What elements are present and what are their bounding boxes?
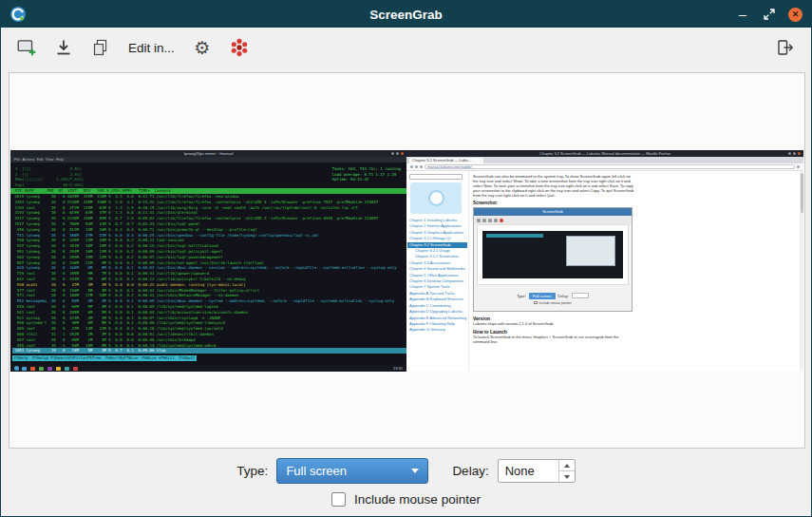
version-text: Lubuntu ships with version 2.1.0 of Scre… (473, 321, 636, 326)
lubuntu-manual-logo (410, 182, 462, 214)
screengrab-window: ScreenGrab – ✕ (0, 0, 812, 517)
task-icon (30, 367, 35, 371)
spin-up-button[interactable] (559, 460, 575, 471)
sidebar-link: Appendix G Glossary (407, 327, 467, 333)
app-icon (9, 6, 27, 23)
forward-icon (415, 165, 418, 168)
manual-sidebar: Chapter 1 Installing LubuntuChapter 2 In… (406, 171, 469, 372)
window-title: ScreenGrab (1, 8, 811, 22)
copy-button[interactable] (88, 35, 113, 60)
screenshot-thumbnail: lynoeg@lyn-mmini: ~/manual File Actions … (10, 150, 803, 372)
new-screenshot-button[interactable] (14, 35, 39, 60)
embedded-controls: Type: Full screen Delay: Include mouse p… (474, 286, 632, 311)
edit-in-button[interactable]: Edit in... (125, 41, 178, 55)
firefox-scrollbar (800, 171, 803, 372)
settings-button[interactable]: ⚙ (190, 35, 215, 60)
htop-meters: 1 [||| 4.5%]2 [|| 2.6%]Mem[|||||||| 1.29… (15, 166, 84, 187)
quit-icon (776, 38, 795, 57)
task-icon (73, 367, 78, 371)
terminal-titlebar: lynoeg@lyn-mmini: ~/manual (10, 150, 406, 157)
delay-value: None (499, 460, 558, 482)
spin-down-button[interactable] (559, 471, 575, 482)
meter-line: 1 [||| 4.5%] (15, 166, 84, 172)
terminal-menubar: File Actions Edit View Help (10, 157, 406, 163)
titlebar[interactable]: ScreenGrab – ✕ (1, 1, 811, 28)
embedded-inner-screenshot (482, 231, 623, 278)
minimize-button[interactable]: – (735, 7, 750, 22)
maximize-icon (764, 9, 775, 20)
summary-line: Uptime: 03:31:32 (332, 177, 401, 182)
sidebar-search-input (409, 174, 463, 180)
launch-text: To launch ScreenGrab in the menu Graphic… (473, 335, 636, 344)
embedded-type-select: Full screen (529, 293, 556, 299)
htop-function-keys: F1Help F2Setup F3SearchF4FilterF5Tree F6… (12, 355, 197, 361)
manual-intro-text: ScreenGrab can also be minimized to the … (473, 174, 636, 198)
delay-label: Delay: (452, 464, 488, 478)
manual-page: ScreenGrab can also be minimized to the … (469, 171, 803, 372)
copy-icon (91, 38, 110, 57)
type-select[interactable]: Full screen (276, 458, 428, 484)
embedded-checkbox (534, 301, 538, 305)
sidebar-link: Appendix D Upgrading Lubuntu (407, 309, 467, 315)
firefox-window-buttons (788, 152, 801, 155)
screengrab-logo-button[interactable] (227, 35, 252, 60)
thumbnail-left-monitor: lynoeg@lyn-mmini: ~/manual File Actions … (10, 150, 406, 372)
process-list: 2615 lynoeg 20 0 4035M 315M 128M S 3.3 4… (12, 194, 406, 354)
save-button[interactable] (51, 35, 76, 60)
task-icon (65, 367, 69, 371)
embedded-screengrab-screenshot: ScreenGrab (473, 207, 633, 312)
sidebar-link: Chapter 4 Sound and Multimedia (407, 266, 467, 272)
gear-icon: ⚙ (194, 39, 210, 57)
sidebar-link: Chapter 3.2.2 Screenshot (407, 254, 467, 259)
reload-icon (420, 165, 423, 168)
thumbnail-taskbar: 13:31 (10, 365, 406, 372)
task-icon (22, 367, 27, 371)
spin-down-icon (564, 475, 570, 479)
taskbar-clock: 13:31 (393, 365, 403, 372)
taskbar-task-icons (22, 367, 78, 371)
include-pointer-control[interactable]: Include mouse pointer (1, 492, 811, 507)
manual-screenshot-label: Screenshot: (473, 201, 800, 205)
screengrab-logo-icon (229, 37, 250, 58)
sidebar-link: Appendix B Keyboard Shortcuts (407, 297, 467, 302)
embedded-toolbar-icons (474, 216, 632, 224)
type-select-value: Full screen (286, 464, 347, 478)
sidebar-toc-list: Chapter 1 Installing LubuntuChapter 2 In… (407, 218, 467, 372)
include-pointer-checkbox[interactable] (331, 492, 346, 507)
new-screenshot-icon (16, 37, 37, 58)
type-label: Type: (236, 464, 268, 478)
scrollbar-thumb (801, 173, 803, 213)
back-icon (410, 165, 413, 168)
firefox-navbar: manual.lubuntu.me/stable/ (406, 163, 803, 171)
capture-controls: Type: Full screen Delay: None (1, 458, 811, 484)
window-controls: – ✕ (735, 7, 803, 22)
chevron-down-icon (411, 469, 419, 473)
include-pointer-label: Include mouse pointer (354, 492, 481, 507)
taskbar-menu-icon (14, 366, 19, 371)
maximize-button[interactable] (762, 7, 777, 22)
embedded-titlebar: ScreenGrab (474, 208, 632, 216)
spin-up-icon (564, 464, 570, 468)
quit-button[interactable] (773, 35, 798, 60)
close-button[interactable]: ✕ (788, 8, 803, 22)
process-row: 2453 lynoeg 20 0 2330M 248M 108M S 2.0 3… (12, 200, 406, 205)
firefox-tabbar: Chapter 3.2 ScreenGrab — Lubu… (406, 157, 803, 163)
delay-spinbox[interactable]: None (498, 459, 576, 483)
menu-icon (797, 165, 800, 168)
firefox-content: Chapter 1 Installing LubuntuChapter 2 In… (406, 171, 803, 372)
preview-area: lynoeg@lyn-mmini: ~/manual File Actions … (9, 72, 805, 449)
htop-summary: Tasks: 104, 743 thr; 1 runningLoad avera… (332, 166, 401, 182)
embedded-delay-spinbox (572, 293, 589, 298)
thumbnail-right-monitor: Chapter 3.2 ScreenGrab — Lubuntu Manual … (406, 150, 803, 372)
task-icon (56, 367, 61, 371)
meter-line: Mem[|||||||| 1.29G/7.63G] (15, 177, 84, 182)
meter-line: Swp[ 0K/2.00G] (15, 182, 84, 188)
sidebar-link: Appendix E Advanced Networking (407, 316, 467, 321)
sidebar-link: Chapter 2 Internet Applications (407, 223, 467, 229)
firefox-titlebar: Chapter 3.2 ScreenGrab — Lubuntu Manual … (406, 150, 803, 157)
thumbnail-terminal-window: lynoeg@lyn-mmini: ~/manual File Actions … (10, 150, 406, 365)
toolbar: Edit in... ⚙ (1, 28, 811, 67)
task-icon (39, 367, 44, 371)
url-bar: manual.lubuntu.me/stable/ (425, 164, 795, 169)
task-icon (47, 367, 52, 371)
